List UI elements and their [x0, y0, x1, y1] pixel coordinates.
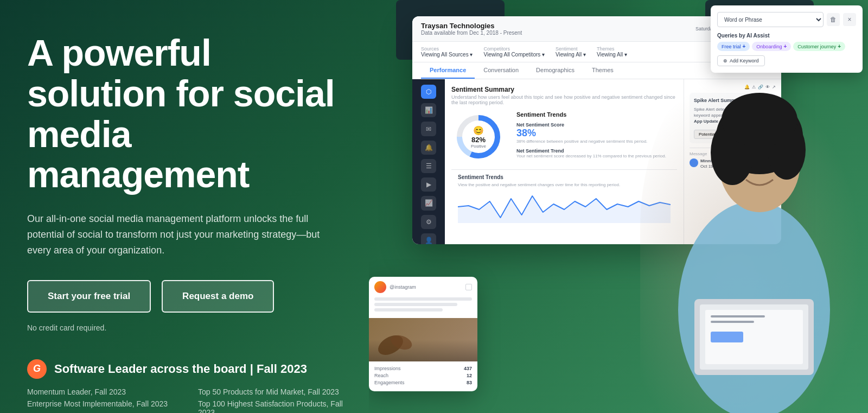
content-line-1 [374, 297, 472, 301]
tab-performance[interactable]: Performance [421, 62, 475, 79]
tab-themes[interactable]: Themes [583, 62, 622, 79]
tag-plus-customer-journey: + [838, 43, 841, 49]
dashboard-left-nav: ⬡ 📊 ✉ 🔔 ☰ ▶ 📈 ⚙ 👤 [412, 79, 445, 244]
social-metrics: Impressions 437 Reach 12 Engagements 83 [369, 361, 477, 391]
content-line-2 [374, 303, 457, 306]
donut-chart: 😊 82% Positive [451, 110, 506, 164]
social-card-header: @instagram [369, 277, 477, 297]
person-area [618, 33, 868, 413]
person-body [651, 66, 857, 413]
query-type-select[interactable]: Word or Phrase [717, 12, 824, 27]
tab-conversation[interactable]: Conversation [475, 62, 527, 79]
add-keyword-button[interactable]: ⊕ Add Keyword [717, 55, 765, 66]
query-input-row: Word or Phrase 🗑 × [717, 12, 856, 27]
filter-sentiment[interactable]: Sentiment Viewing All ▾ [556, 46, 586, 58]
donut-emoji: 😊 [471, 125, 486, 136]
cta-buttons: Start your free trial Request a demo [27, 280, 347, 313]
company-name: Traysan Technologies [421, 22, 522, 30]
g2-logo-icon: G [27, 359, 47, 379]
award-item-2: Enterprise Most Implementable, Fall 2023 [27, 399, 176, 413]
company-sub: Data available from Dec 1, 2018 - Presen… [421, 30, 522, 36]
nav-icon-bell[interactable]: 🔔 [421, 141, 436, 155]
social-post-card: @instagram Impressions 437 [369, 277, 477, 391]
query-delete-button[interactable]: 🗑 [827, 13, 840, 26]
nav-icon-message[interactable]: ✉ [421, 122, 436, 136]
add-keyword-label: Add Keyword [730, 58, 759, 63]
filter-sources[interactable]: Sources Viewing All Sources ▾ [421, 46, 473, 58]
svg-point-10 [722, 93, 797, 147]
no-credit-text: No credit card required. [27, 323, 347, 332]
g2-header: G Software Leader across the board | Fal… [27, 359, 347, 379]
nav-icon-chart[interactable]: 📊 [421, 103, 436, 117]
donut-percentage: 82% [471, 136, 486, 144]
tag-label-customer-journey: Customer journey [797, 44, 836, 49]
g2-title: Software Leader across the board | Fall … [54, 362, 307, 376]
nav-icon-user[interactable]: 👤 [421, 233, 436, 244]
award-item-3: Top 50 Products for Mid Market, Fall 202… [198, 387, 347, 396]
tab-demographics[interactable]: Demographics [527, 62, 583, 79]
subheadline: Our all-in-one social media management p… [27, 211, 342, 258]
query-close-button[interactable]: × [843, 13, 856, 26]
awards-section: G Software Leader across the board | Fal… [27, 359, 347, 413]
content-line-3 [374, 308, 443, 312]
nav-icon-forward[interactable]: ▶ [421, 177, 436, 192]
query-tag-onboarding[interactable]: Onboarding + [752, 42, 791, 51]
donut-center: 😊 82% Positive [471, 125, 486, 149]
request-demo-button[interactable]: Request a demo [162, 280, 274, 313]
filter-competitors[interactable]: Competitors Viewing All Competitors ▾ [483, 46, 545, 58]
svg-rect-16 [711, 332, 743, 342]
tag-plus-free-trial: + [743, 43, 746, 49]
metric-engagements: Engagements 83 [374, 380, 472, 385]
tag-label-onboarding: Onboarding [756, 44, 782, 49]
metric-reach: Reach 12 [374, 373, 472, 378]
start-trial-button[interactable]: Start your free trial [27, 280, 151, 313]
social-content-lines [369, 297, 477, 318]
dashboard-company-info: Traysan Technologies Data available from… [421, 22, 522, 36]
metric-impressions: Impressions 437 [374, 366, 472, 371]
nav-icon-analytics[interactable]: 📈 [421, 196, 436, 210]
social-handle: @instagram [390, 284, 462, 290]
query-tags: Free trial + Onboarding + Customer journ… [717, 42, 856, 51]
nav-icon-home[interactable]: ⬡ [421, 85, 436, 99]
awards-grid: Momentum Leader, Fall 2023 Top 50 Produc… [27, 387, 347, 413]
svg-rect-14 [711, 315, 765, 317]
right-content: Word or Phrase 🗑 × Queries by AI Assist … [369, 0, 868, 413]
donut-label: Positive [471, 144, 486, 149]
nav-icon-settings[interactable]: ⚙ [421, 215, 436, 229]
tag-plus-onboarding: + [783, 43, 787, 49]
social-checkbox[interactable] [465, 284, 472, 290]
nav-icon-menu[interactable]: ☰ [421, 159, 436, 173]
left-content: A powerful solution for social media man… [0, 0, 369, 413]
award-item-1: Momentum Leader, Fall 2023 [27, 387, 176, 396]
svg-rect-15 [711, 321, 754, 323]
query-ai-label: Queries by AI Assist [717, 33, 856, 39]
query-card: Word or Phrase 🗑 × Queries by AI Assist … [711, 5, 863, 73]
add-keyword-icon: ⊕ [723, 58, 727, 63]
hero-section: A powerful solution for social media man… [0, 0, 868, 413]
social-avatar [374, 281, 386, 293]
tag-label-free-trial: Free trial [722, 44, 741, 49]
social-post-image [369, 318, 477, 361]
award-item-4: Top 100 Highest Satisfaction Products, F… [198, 399, 347, 413]
query-tag-free-trial[interactable]: Free trial + [717, 42, 750, 51]
query-tag-customer-journey[interactable]: Customer journey + [793, 42, 845, 51]
headline: A powerful solution for social media man… [27, 33, 347, 195]
